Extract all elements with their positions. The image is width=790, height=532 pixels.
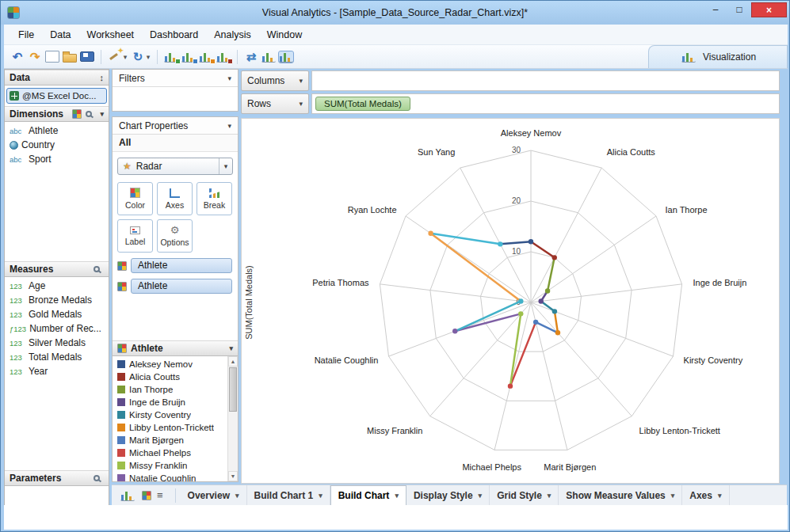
legend-item-inge-de-bruijn[interactable]: Inge de Bruijn bbox=[113, 396, 227, 408]
new-summary-icon[interactable] bbox=[199, 51, 213, 63]
chart-type-select[interactable]: ★ Radar ▾ bbox=[117, 158, 233, 175]
color-button[interactable]: Color bbox=[117, 182, 153, 215]
close-button[interactable]: × bbox=[751, 2, 787, 17]
tab-display-style[interactable]: Display Style▾ bbox=[406, 485, 490, 505]
redo-icon[interactable]: ↷ bbox=[28, 50, 42, 64]
search-icon[interactable] bbox=[94, 266, 100, 272]
data-mark-ian-thorpe[interactable] bbox=[545, 288, 550, 293]
athlete-pill[interactable]: Athlete bbox=[131, 258, 232, 273]
new-pivot-icon[interactable] bbox=[181, 51, 196, 63]
break-button[interactable]: Break bbox=[197, 182, 232, 215]
new-chart-tab-icon[interactable] bbox=[120, 490, 135, 501]
filters-header[interactable]: Filters ▾ bbox=[113, 70, 238, 87]
save-icon[interactable] bbox=[80, 51, 94, 62]
measure-silver-medals[interactable]: 123Silver Medals bbox=[5, 336, 109, 350]
menu-analysis[interactable]: Analysis bbox=[206, 25, 259, 45]
measure-year[interactable]: 123Year bbox=[5, 364, 109, 378]
search-icon[interactable] bbox=[86, 111, 92, 117]
dimension-sport[interactable]: abcSport bbox=[5, 152, 109, 166]
legend-item-ian-thorpe[interactable]: Ian Thorpe bbox=[113, 383, 227, 396]
open-workbook-icon[interactable] bbox=[63, 54, 77, 63]
dimension-athlete[interactable]: abcAthlete bbox=[5, 124, 109, 138]
menu-worksheet[interactable]: Worksheet bbox=[79, 25, 143, 45]
label-button[interactable]: Label bbox=[117, 219, 153, 253]
legend-item-michael-phelps[interactable]: Michael Phelps bbox=[113, 446, 227, 459]
tab-overview[interactable]: Overview▾ bbox=[181, 485, 247, 505]
measure-number-of-rec[interactable]: ƒ123Number of Rec... bbox=[5, 321, 109, 336]
columns-button[interactable]: Columns ▾ bbox=[241, 70, 309, 91]
chevron-down-icon[interactable]: ▾ bbox=[227, 122, 231, 130]
columns-drop-area[interactable] bbox=[311, 70, 780, 91]
data-mark-aleksey-nemov[interactable] bbox=[529, 239, 533, 244]
legend-item-marit-bj-rgen[interactable]: Marit Bjørgen bbox=[113, 434, 227, 446]
data-mark-natalie-coughlin[interactable] bbox=[452, 329, 457, 333]
undo-icon[interactable]: ↶ bbox=[10, 50, 25, 64]
chart-properties-header[interactable]: Chart Properties ▾ bbox=[113, 117, 238, 135]
new-chart-icon[interactable] bbox=[164, 51, 178, 63]
menu-data[interactable]: Data bbox=[42, 25, 78, 45]
data-mark-ryan-lochte[interactable] bbox=[428, 231, 433, 236]
data-source-item[interactable]: @MS Excel Doc... bbox=[6, 88, 107, 104]
data-mark-michael-phelps[interactable] bbox=[508, 383, 513, 388]
duplicate-sheet-icon[interactable] bbox=[216, 51, 231, 63]
data-mark-kirsty-coventry[interactable] bbox=[552, 309, 557, 314]
scrollbar-thumb[interactable] bbox=[229, 367, 237, 412]
measure-bronze-medals[interactable]: 123Bronze Medals bbox=[5, 293, 109, 307]
legend-scrollbar[interactable]: ▲ ▼ bbox=[227, 356, 238, 481]
swap-rows-columns-icon[interactable]: ⇄ bbox=[244, 50, 258, 64]
maximize-button[interactable]: □ bbox=[727, 2, 751, 17]
legend-item-alicia-coutts[interactable]: Alicia Coutts bbox=[113, 370, 227, 383]
data-mark-petria-thomas[interactable] bbox=[518, 298, 523, 303]
tab-build-chart-1[interactable]: Build Chart 1▾ bbox=[247, 485, 330, 505]
menu-dashboard[interactable]: Dashboard bbox=[142, 25, 206, 45]
menu-window[interactable]: Window bbox=[259, 25, 310, 45]
data-mark-libby-lenton-trickett[interactable] bbox=[555, 330, 560, 335]
rows-pill[interactable]: SUM(Total Medals) bbox=[315, 97, 410, 111]
tab-grid-style[interactable]: Grid Style▾ bbox=[490, 485, 559, 505]
measure-total-medals[interactable]: 123Total Medals bbox=[5, 350, 109, 364]
menu-file[interactable]: File bbox=[10, 25, 42, 45]
legend-item-missy-franklin[interactable]: Missy Franklin bbox=[113, 459, 227, 472]
minimize-button[interactable]: – bbox=[704, 2, 727, 17]
tab-build-chart[interactable]: Build Chart▾ bbox=[330, 485, 406, 505]
chevron-down-icon[interactable]: ▾ bbox=[100, 110, 104, 118]
athlete-pill[interactable]: Athlete bbox=[131, 279, 232, 294]
measure-age[interactable]: 123Age bbox=[5, 279, 109, 293]
tab-axes[interactable]: Axes▾ bbox=[682, 485, 729, 505]
data-mark-inge-de-bruijn[interactable] bbox=[539, 298, 544, 303]
refresh-icon[interactable]: ↻ bbox=[131, 50, 145, 64]
scroll-down-icon[interactable]: ▼ bbox=[228, 471, 238, 481]
sort-bars-icon[interactable] bbox=[261, 51, 276, 63]
sheet-list-icon[interactable]: ≡ bbox=[157, 490, 163, 500]
legend-swatch bbox=[117, 474, 125, 481]
chevron-down-icon[interactable]: ▾ bbox=[229, 344, 233, 352]
legend-item-natalie-coughlin[interactable]: Natalie Coughlin bbox=[113, 472, 227, 481]
scroll-up-icon[interactable]: ▲ bbox=[228, 356, 238, 367]
sort-updown-icon[interactable]: ↕ bbox=[100, 73, 105, 82]
legend-item-kirsty-coventry[interactable]: Kirsty Coventry bbox=[113, 408, 227, 421]
data-mark-alicia-coutts[interactable] bbox=[552, 255, 557, 260]
new-workbook-icon[interactable] bbox=[45, 51, 59, 63]
data-mark-sun-yang[interactable] bbox=[498, 241, 502, 246]
rows-drop-area[interactable]: SUM(Total Medals) bbox=[311, 93, 780, 114]
chevron-down-icon[interactable]: ▾ bbox=[227, 74, 231, 82]
data-mark-missy-franklin[interactable] bbox=[518, 311, 523, 316]
new-dashboard-tab-icon[interactable] bbox=[142, 491, 151, 500]
visualization-button[interactable]: Visualization bbox=[648, 45, 788, 68]
format-dropdown-icon[interactable]: ▾ bbox=[122, 50, 128, 64]
rows-button[interactable]: Rows ▾ bbox=[241, 93, 309, 114]
format-wand-icon[interactable] bbox=[108, 51, 122, 63]
show-visualization-icon[interactable] bbox=[279, 51, 293, 63]
options-button[interactable]: ⚙Options bbox=[157, 219, 193, 253]
data-mark-marit-bj-rgen[interactable] bbox=[533, 320, 538, 325]
legend-header[interactable]: Athlete ▾ bbox=[113, 340, 238, 356]
dimension-country[interactable]: Country bbox=[5, 138, 109, 152]
axes-button[interactable]: Axes bbox=[157, 182, 193, 215]
legend-item-aleksey-nemov[interactable]: Aleksey Nemov bbox=[113, 358, 227, 370]
refresh-dropdown-icon[interactable]: ▾ bbox=[145, 50, 151, 64]
legend-item-libby-lenton-trickett[interactable]: Libby Lenton-Trickett bbox=[113, 421, 227, 434]
search-icon[interactable] bbox=[94, 475, 100, 481]
measure-gold-medals[interactable]: 123Gold Medals bbox=[5, 307, 109, 321]
tab-show-measure-values[interactable]: Show Measure Values▾ bbox=[559, 485, 682, 505]
field-grid-icon[interactable] bbox=[72, 109, 82, 119]
